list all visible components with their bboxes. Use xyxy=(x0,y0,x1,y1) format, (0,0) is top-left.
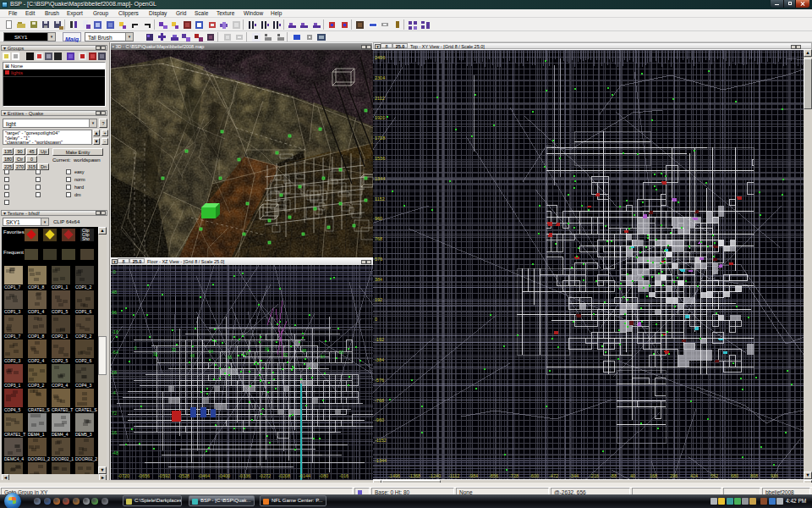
svg-text:-576: -576 xyxy=(375,378,384,383)
svg-text:-4: -4 xyxy=(112,390,116,395)
svg-text:-1496: -1496 xyxy=(388,473,400,478)
svg-text:960: 960 xyxy=(375,216,382,221)
svg-text:808: 808 xyxy=(750,473,758,478)
svg-text:2304: 2304 xyxy=(375,75,385,80)
svg-text:-1368: -1368 xyxy=(409,473,420,478)
svg-text:-0208: -0208 xyxy=(278,473,290,478)
svg-text:-1240: -1240 xyxy=(429,473,441,478)
svg-text:-0592: -0592 xyxy=(158,473,170,478)
svg-text:16: 16 xyxy=(112,430,117,435)
svg-text:424: 424 xyxy=(690,473,698,478)
svg-text:32: 32 xyxy=(283,353,288,357)
svg-text:576: 576 xyxy=(375,257,382,262)
svg-text:-0464: -0464 xyxy=(198,473,210,478)
svg-text:-0656: -0656 xyxy=(138,473,150,478)
svg-text:-080: -080 xyxy=(319,473,328,478)
svg-text:96: 96 xyxy=(112,310,117,315)
svg-text:680: 680 xyxy=(731,473,738,478)
svg-text:1920: 1920 xyxy=(375,115,385,120)
svg-text:1344: 1344 xyxy=(375,176,385,181)
svg-text:-88: -88 xyxy=(610,473,617,478)
svg-text:384: 384 xyxy=(375,277,382,282)
svg-text:-016: -016 xyxy=(339,473,348,478)
svg-text:-0528: -0528 xyxy=(178,473,189,478)
svg-text:80: 80 xyxy=(228,356,233,360)
svg-text:296: 296 xyxy=(670,473,678,478)
svg-text:-1344: -1344 xyxy=(375,458,387,463)
svg-text:-960: -960 xyxy=(375,417,384,422)
svg-text:1536: 1536 xyxy=(375,156,385,161)
svg-text:168: 168 xyxy=(650,473,657,478)
svg-text:48: 48 xyxy=(112,290,117,295)
svg-text:16: 16 xyxy=(153,352,158,356)
svg-text:-728: -728 xyxy=(509,473,518,478)
svg-text:1152: 1152 xyxy=(375,196,385,202)
svg-text:-1152: -1152 xyxy=(375,438,387,443)
svg-text:-344: -344 xyxy=(569,473,579,478)
svg-text:192: 192 xyxy=(375,297,382,302)
svg-text:-472: -472 xyxy=(549,473,558,478)
svg-text:48: 48 xyxy=(190,354,195,358)
svg-text:-48: -48 xyxy=(112,450,118,456)
svg-text:-384: -384 xyxy=(375,357,384,362)
svg-text:-856: -856 xyxy=(489,473,498,478)
svg-text:-0144: -0144 xyxy=(299,473,310,478)
svg-text:72: 72 xyxy=(112,411,117,416)
svg-text:64: 64 xyxy=(209,350,214,354)
svg-text:936: 936 xyxy=(771,473,778,478)
svg-text:2496: 2496 xyxy=(375,55,385,60)
svg-text:-984: -984 xyxy=(469,473,478,478)
svg-text:768: 768 xyxy=(375,236,382,241)
svg-text:-0720: -0720 xyxy=(118,473,129,478)
svg-text:-1112: -1112 xyxy=(448,473,459,478)
svg-text:80: 80 xyxy=(339,351,344,355)
svg-text:1728: 1728 xyxy=(375,135,385,141)
svg-text:64: 64 xyxy=(321,355,326,359)
svg-text:552: 552 xyxy=(710,473,718,478)
svg-text:48: 48 xyxy=(302,349,307,353)
svg-text:-768: -768 xyxy=(375,398,384,403)
svg-text:-64: -64 xyxy=(112,350,118,355)
svg-text:2112: 2112 xyxy=(375,96,385,101)
svg-text:28: 28 xyxy=(112,370,117,375)
svg-text:-0336: -0336 xyxy=(239,473,250,478)
svg-text:-0272: -0272 xyxy=(259,473,271,478)
svg-text:0: 0 xyxy=(375,317,377,322)
svg-text:-192: -192 xyxy=(375,337,384,342)
svg-text:16: 16 xyxy=(265,347,270,351)
svg-text:32: 32 xyxy=(172,348,177,352)
svg-text:40: 40 xyxy=(630,473,635,478)
svg-text:-216: -216 xyxy=(590,473,599,478)
svg-text:-0: -0 xyxy=(112,269,116,274)
svg-text:-600: -600 xyxy=(529,473,539,478)
svg-text:-0400: -0400 xyxy=(218,473,230,478)
svg-text:-16: -16 xyxy=(112,329,118,334)
